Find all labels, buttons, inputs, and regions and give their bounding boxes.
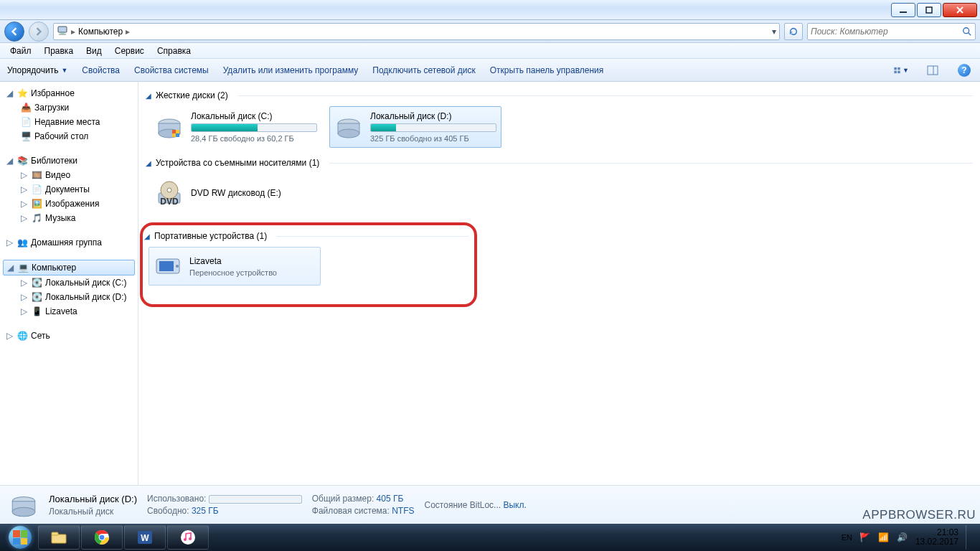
view-options-button[interactable]: ▼ [892, 62, 910, 79]
drive-dvd-label: DVD RW дисковод (E:) [191, 188, 317, 198]
menu-file[interactable]: Файл [4, 44, 37, 57]
taskbar-word[interactable]: W [124, 525, 166, 550]
command-bar: Упорядочить ▼ Свойства Свойства системы … [0, 59, 980, 82]
details-free-value: 325 ГБ [192, 506, 219, 516]
details-usage-bar [209, 495, 302, 504]
drive-d[interactable]: Локальный диск (D:) 325 ГБ свободно из 4… [329, 106, 501, 148]
details-fs-value: NTFS [392, 506, 414, 516]
svg-point-40 [184, 538, 187, 541]
tree-libraries[interactable]: ◢📚Библиотеки [0, 154, 138, 168]
tree-lizaveta[interactable]: ▷📱Lizaveta [14, 304, 138, 319]
svg-text:DVD: DVD [160, 197, 179, 207]
svg-point-21 [338, 129, 359, 138]
svg-point-28 [176, 265, 179, 268]
close-button[interactable] [943, 3, 977, 17]
svg-rect-18 [176, 133, 179, 137]
tray-language[interactable]: EN [842, 533, 852, 542]
svg-rect-33 [52, 532, 58, 535]
tree-documents[interactable]: ▷📄Документы [14, 182, 138, 197]
search-input[interactable] [811, 27, 962, 37]
drive-d-free: 325 ГБ свободно из 405 ГБ [370, 134, 496, 143]
device-icon: 📱 [31, 306, 42, 317]
details-total-label: Общий размер: [312, 494, 374, 504]
breadcrumb-computer[interactable]: Компьютер [78, 27, 123, 37]
preview-pane-button[interactable] [924, 62, 941, 79]
tree-local-d[interactable]: ▷💽Локальный диск (D:) [14, 290, 138, 304]
minimize-button[interactable] [891, 3, 915, 17]
content-pane: ◢Жесткие диски (2) Локальный диск (C:) 2… [138, 82, 980, 485]
taskbar-explorer[interactable] [38, 525, 80, 550]
refresh-button[interactable] [784, 23, 803, 40]
start-button[interactable] [3, 524, 37, 551]
address-dropdown-icon[interactable]: ▾ [772, 27, 776, 37]
tree-favorites[interactable]: ◢⭐Избранное [0, 86, 138, 100]
svg-line-6 [969, 32, 971, 35]
drive-icon: 💽 [31, 291, 42, 303]
details-type: Локальный диск [49, 507, 137, 517]
hdd-icon [334, 113, 363, 141]
details-fs-label: Файловая система: [312, 506, 390, 516]
recent-icon: 📄 [20, 116, 32, 128]
map-drive-button[interactable]: Подключить сетевой диск [372, 65, 475, 75]
drive-d-label: Локальный диск (D:) [370, 111, 496, 121]
menu-service[interactable]: Сервис [109, 44, 150, 57]
details-drive-icon [9, 490, 39, 520]
svg-rect-27 [159, 261, 174, 271]
tree-local-c[interactable]: ▷💽Локальный диск (C:) [14, 276, 138, 290]
svg-point-24 [167, 188, 171, 192]
tray-network-icon[interactable]: 📶 [878, 532, 890, 543]
help-button[interactable]: ? [956, 62, 973, 79]
uninstall-button[interactable]: Удалить или изменить программу [223, 65, 359, 75]
tree-network[interactable]: ▷🌐Сеть [0, 329, 138, 343]
group-hdd[interactable]: ◢Жесткие диски (2) [146, 90, 973, 100]
menu-bar: Файл Правка Вид Сервис Справка [0, 43, 980, 59]
tree-pictures[interactable]: ▷🖼️Изображения [14, 197, 138, 211]
address-bar[interactable]: ▸ Компьютер ▸ ▾ [53, 23, 780, 40]
portable-highlight: ◢Портативные устройства (1) Lizaveta Пер… [140, 222, 477, 307]
drive-c-label: Локальный диск (C:) [191, 111, 317, 121]
back-button[interactable] [4, 22, 24, 42]
details-total-value: 405 ГБ [377, 494, 404, 504]
navigation-bar: ▸ Компьютер ▸ ▾ [0, 20, 980, 43]
navigation-pane: ◢⭐Избранное 📥Загрузки 📄Недавние места 🖥️… [0, 82, 138, 485]
system-tray: EN 🚩 📶 🔊 21:03 13.02.2017 [836, 525, 977, 550]
menu-help[interactable]: Справка [151, 44, 197, 57]
show-desktop-button[interactable] [966, 525, 971, 550]
tray-clock[interactable]: 21:03 13.02.2017 [915, 528, 958, 547]
tree-recent[interactable]: 📄Недавние места [14, 115, 138, 129]
drive-c[interactable]: Локальный диск (C:) 28,4 ГБ свободно из … [150, 106, 322, 148]
drive-dvd[interactable]: DVD DVD RW дисковод (E:) [150, 174, 322, 212]
group-removable[interactable]: ◢Устройства со съемными носителями (1) [146, 158, 973, 168]
menu-view[interactable]: Вид [80, 44, 108, 57]
tray-flag-icon[interactable]: 🚩 [859, 532, 871, 543]
tree-computer[interactable]: ◢💻Компьютер [3, 260, 135, 276]
system-properties-button[interactable]: Свойства системы [134, 65, 209, 75]
forward-button[interactable] [29, 22, 49, 42]
drive-d-usage-bar [370, 123, 496, 132]
documents-icon: 📄 [31, 184, 42, 195]
tree-music[interactable]: ▷🎵Музыка [14, 211, 138, 225]
svg-point-39 [181, 530, 195, 545]
drive-c-free: 28,4 ГБ свободно из 60,2 ГБ [191, 134, 317, 143]
details-free-label: Свободно: [147, 506, 189, 516]
tree-desktop[interactable]: 🖥️Рабочий стол [14, 129, 138, 143]
tree-homegroup[interactable]: ▷👥Домашняя группа [0, 235, 138, 250]
menu-edit[interactable]: Правка [39, 44, 80, 57]
taskbar-chrome[interactable] [81, 525, 123, 550]
search-box[interactable] [807, 23, 976, 40]
group-portable[interactable]: ◢Портативные устройства (1) [144, 231, 468, 241]
taskbar-itunes[interactable] [167, 525, 209, 550]
device-lizaveta[interactable]: Lizaveta Переносное устройство [149, 247, 321, 286]
maximize-button[interactable] [917, 3, 941, 17]
drive-c-usage-bar [191, 123, 317, 132]
computer-icon: 💻 [17, 262, 29, 273]
tree-video[interactable]: ▷🎞️Видео [14, 168, 138, 182]
svg-rect-4 [59, 34, 66, 35]
organize-button[interactable]: Упорядочить ▼ [7, 65, 67, 75]
star-icon: ⭐ [17, 88, 28, 99]
svg-rect-3 [60, 33, 65, 34]
control-panel-button[interactable]: Открыть панель управления [490, 65, 604, 75]
tree-downloads[interactable]: 📥Загрузки [14, 100, 138, 115]
tray-volume-icon[interactable]: 🔊 [897, 532, 908, 543]
properties-button[interactable]: Свойства [82, 65, 120, 75]
